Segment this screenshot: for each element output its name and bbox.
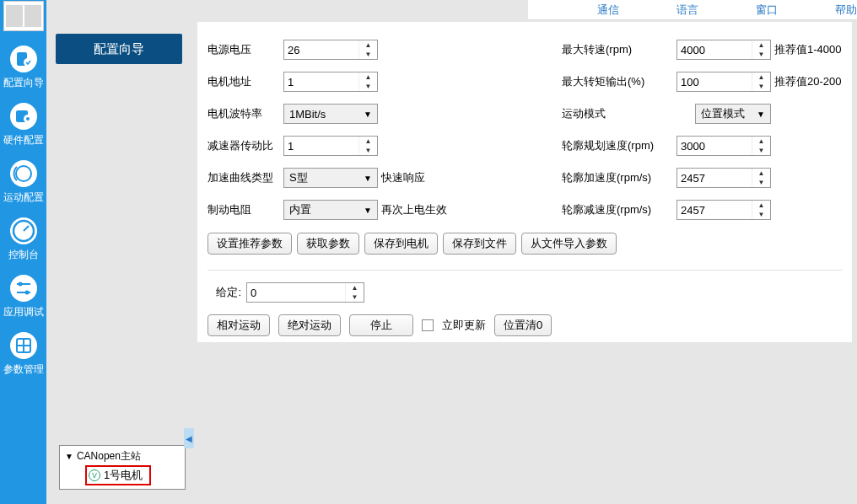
sliders-icon: [8, 272, 40, 304]
menu-comm[interactable]: 通信: [597, 3, 619, 18]
brake-note: 再次上电生效: [381, 202, 447, 217]
sidebar-item-params[interactable]: 参数管理: [0, 330, 46, 375]
load-from-file-button[interactable]: 从文件导入参数: [521, 233, 617, 255]
sidebar-label: 控制台: [8, 249, 39, 260]
sidebar-label: 应用调试: [3, 306, 44, 318]
chevron-down-icon: ▼: [757, 110, 765, 119]
caret-down-icon: ▼: [65, 452, 73, 461]
tree-root-label: CANopen主站: [77, 449, 141, 464]
svg-point-12: [10, 275, 37, 302]
tree-panel: 配置向导 ▼ CANopen主站 V 1号电机: [51, 34, 186, 489]
immediate-update-checkbox[interactable]: [422, 319, 434, 331]
motion-icon: [8, 158, 40, 190]
tree-child-motor1[interactable]: V 1号电机: [85, 465, 151, 485]
sidebar-item-appdebug[interactable]: 应用调试: [0, 272, 46, 318]
sidebar-label: 配置向导: [3, 77, 44, 88]
get-params-button[interactable]: 获取参数: [297, 233, 359, 255]
label-profile-accel: 轮廓加速度(rpm/s): [562, 170, 676, 185]
sidebar: 配置向导 硬件配置 运动配置 控制台 应用调试 参数管理: [0, 0, 46, 504]
supply-voltage-input[interactable]: ▲▼: [283, 40, 378, 60]
baud-select[interactable]: 1MBit/s▼: [283, 104, 378, 124]
chevron-down-icon: ▼: [364, 110, 372, 119]
gauge-icon: [8, 215, 40, 247]
label-setpoint: 给定:: [208, 285, 241, 300]
config-wizard-button[interactable]: 配置向导: [56, 34, 182, 64]
max-torque-input[interactable]: ▲▼: [676, 72, 771, 92]
accel-curve-note: 快速响应: [381, 170, 425, 185]
sidebar-item-motion[interactable]: 运动配置: [0, 158, 46, 203]
table-icon: [8, 330, 40, 362]
check-circle-icon: V: [89, 469, 100, 481]
hint-max-rpm: 推荐值1-4000: [774, 42, 841, 57]
gear-ratio-input[interactable]: ▲▼: [283, 136, 378, 156]
sidebar-label: 硬件配置: [3, 134, 44, 146]
label-max-torque: 最大转矩输出(%): [562, 74, 676, 89]
menu-help[interactable]: 帮助: [835, 3, 857, 18]
stop-button[interactable]: 停止: [349, 314, 413, 336]
tree-child-label: 1号电机: [104, 468, 143, 483]
relative-move-button[interactable]: 相对运动: [208, 314, 270, 336]
label-mode: 运动模式: [562, 106, 676, 121]
gear-icon: [8, 100, 40, 132]
absolute-move-button[interactable]: 绝对运动: [278, 314, 341, 336]
chevron-down-icon: ▼: [364, 174, 372, 183]
label-brake: 制动电阻: [208, 202, 283, 217]
menu-window[interactable]: 窗口: [756, 3, 778, 18]
svg-point-6: [26, 117, 30, 121]
max-rpm-input[interactable]: ▲▼: [676, 40, 771, 60]
label-profile-decel: 轮廓减速度(rpm/s): [562, 202, 676, 217]
profile-speed-input[interactable]: ▲▼: [676, 136, 771, 156]
set-default-button[interactable]: 设置推荐参数: [208, 233, 292, 255]
app-logo-icon: [3, 1, 44, 31]
menu-lang[interactable]: 语言: [676, 3, 698, 18]
profile-accel-input[interactable]: ▲▼: [676, 168, 771, 188]
motor-addr-input[interactable]: ▲▼: [283, 72, 378, 92]
accel-curve-select[interactable]: S型▼: [283, 168, 378, 188]
save-to-file-button[interactable]: 保存到文件: [443, 233, 516, 255]
svg-point-14: [18, 282, 22, 287]
menu-bar: 通信 语言 窗口 帮助: [528, 0, 857, 20]
save-to-motor-button[interactable]: 保存到电机: [364, 233, 438, 255]
sidebar-item-wizard[interactable]: 配置向导: [0, 43, 46, 88]
position-zero-button[interactable]: 位置清0: [494, 314, 552, 336]
tree-root[interactable]: ▼ CANopen主站: [65, 449, 183, 464]
mode-select[interactable]: 位置模式▼: [695, 104, 771, 124]
wizard-icon: [8, 43, 40, 75]
label-accel-curve: 加速曲线类型: [208, 170, 283, 185]
svg-point-2: [24, 58, 32, 67]
label-supply-voltage: 电源电压: [208, 42, 283, 57]
sidebar-item-console[interactable]: 控制台: [0, 215, 46, 260]
sidebar-label: 运动配置: [3, 191, 44, 203]
label-immediate-update: 立即更新: [442, 318, 486, 333]
setpoint-input[interactable]: ▲▼: [246, 282, 364, 303]
label-gear-ratio: 减速器传动比: [208, 138, 283, 153]
main-panel: 电源电压 ▲▼ 最大转速(rpm) ▲▼ 推荐值1-4000 电机地址 ▲▼ 最…: [197, 22, 852, 342]
divider: [208, 270, 842, 271]
sidebar-item-hardware[interactable]: 硬件配置: [0, 100, 46, 146]
sidebar-label: 参数管理: [3, 363, 44, 375]
chevron-down-icon: ▼: [364, 206, 372, 215]
brake-select[interactable]: 内置▼: [283, 200, 378, 220]
panel-collapse-handle[interactable]: ◀: [184, 428, 194, 448]
label-max-rpm: 最大转速(rpm): [562, 42, 676, 57]
profile-decel-input[interactable]: ▲▼: [676, 200, 771, 220]
svg-point-16: [24, 291, 29, 295]
label-profile-speed: 轮廓规划速度(rpm): [562, 138, 676, 153]
label-baud: 电机波特率: [208, 106, 283, 121]
label-motor-addr: 电机地址: [208, 74, 283, 89]
device-tree: ▼ CANopen主站 V 1号电机: [59, 445, 186, 490]
hint-max-torque: 推荐值20-200: [774, 74, 841, 89]
